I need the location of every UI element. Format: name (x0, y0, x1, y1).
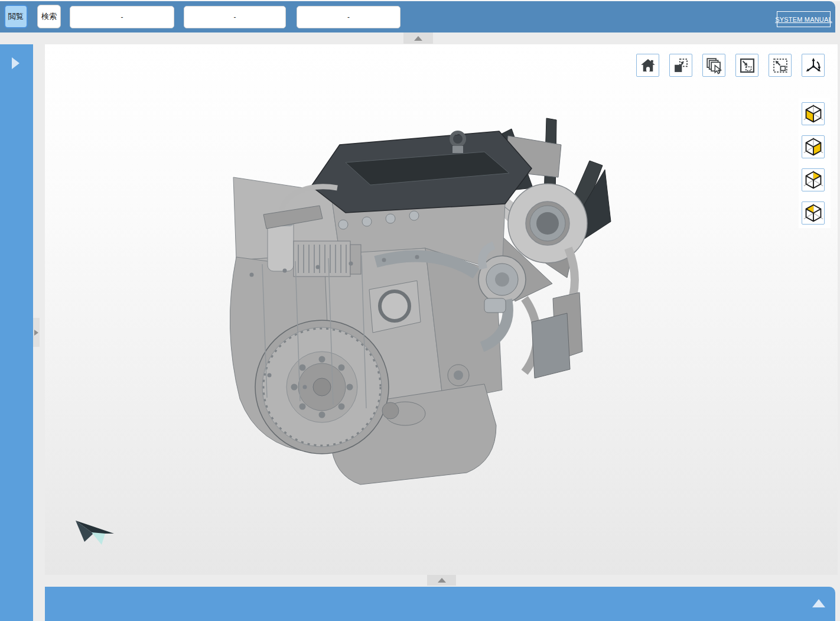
zoom-out-region-button[interactable] (769, 54, 792, 77)
viewer-canvas[interactable] (45, 44, 838, 575)
zoom-in-region-button[interactable] (735, 54, 758, 77)
bottom-panel-bar[interactable] (45, 587, 835, 621)
rotate-axes-icon (803, 56, 823, 76)
sidebar-splitter-handle[interactable] (33, 318, 40, 347)
view-cube-top-right-button[interactable] (802, 168, 825, 191)
home-icon (638, 56, 658, 76)
cube-front-left-face-icon (803, 103, 824, 125)
multi-select-parts-icon (704, 56, 724, 76)
rotate-view-button[interactable] (802, 54, 825, 77)
fit-to-view-button[interactable] (669, 54, 692, 77)
fit-view-icon (671, 56, 691, 76)
zoom-out-region-icon (770, 56, 790, 76)
triangle-up-icon (414, 36, 422, 41)
home-view-button[interactable] (636, 54, 659, 77)
chevron-right-icon (34, 330, 38, 336)
system-manual-link[interactable]: SYSTEM MANUAL (777, 11, 831, 27)
tab-browse[interactable]: 閲覧 (4, 5, 28, 28)
dropdown-3-value: - (347, 13, 350, 21)
chevron-right-icon (12, 57, 19, 69)
view-cube-front-left-button[interactable] (802, 102, 825, 125)
dropdown-2[interactable]: - (184, 6, 286, 28)
sidebar-expand-button[interactable] (4, 51, 27, 75)
bottom-panel-expand-button[interactable] (806, 591, 832, 615)
view-cube-front-right-button[interactable] (802, 135, 825, 158)
bottom-panel-collapse-handle[interactable] (427, 575, 456, 586)
zoom-in-region-icon (737, 56, 757, 76)
multi-select-parts-button[interactable] (702, 54, 725, 77)
top-toolbar: 閲覧 検索 - - - SYSTEM MANUAL (0, 1, 835, 32)
cube-top-right-face-icon (803, 170, 824, 191)
dropdown-1-value: - (121, 13, 123, 21)
triangle-up-icon (812, 599, 825, 607)
cube-front-right-face-icon (803, 136, 824, 158)
top-panel-collapse-handle[interactable] (403, 32, 433, 44)
left-sidebar (0, 44, 33, 621)
view-cube-top-left-button[interactable] (802, 201, 825, 225)
dropdown-2-value: - (234, 13, 236, 21)
dropdown-1[interactable]: - (70, 6, 174, 28)
tab-search[interactable]: 検索 (37, 5, 61, 28)
view-cube-panel (799, 98, 831, 228)
paper-plane-icon (76, 521, 114, 545)
engine-3d-model (45, 44, 838, 575)
cube-top-left-face-icon (803, 203, 824, 224)
triangle-up-icon (438, 578, 446, 583)
dropdown-3[interactable]: - (297, 6, 401, 28)
